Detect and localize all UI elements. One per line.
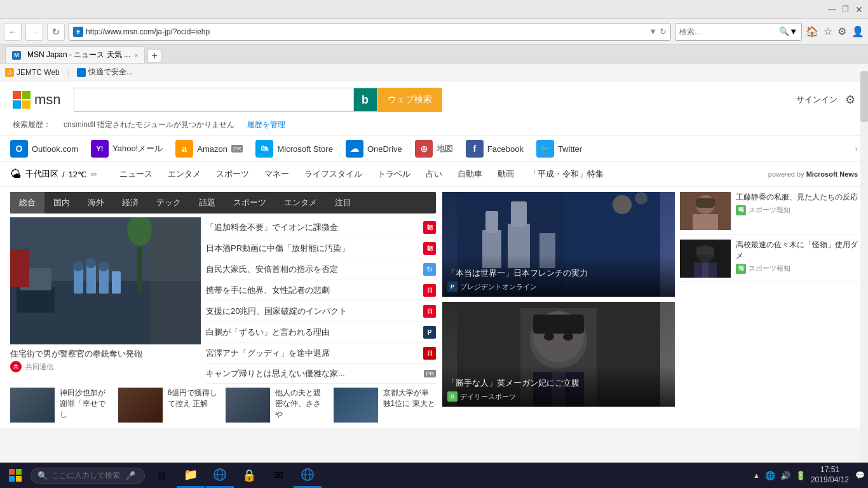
reload-icon[interactable]: ↻ (660, 27, 667, 36)
refresh-button[interactable]: ↻ (47, 23, 65, 41)
news-text-7[interactable]: 宮澤アナ「グッディ」を途中退席 (206, 348, 418, 359)
settings-icon[interactable]: ⚙ (845, 93, 855, 107)
bottom-text-4[interactable]: 京都大学が単独1位に 東大と (383, 388, 437, 423)
taskbar-search-input[interactable] (51, 471, 121, 480)
taskbar-search-box[interactable]: 🔍 🎤 (31, 468, 145, 484)
start-button[interactable] (3, 463, 28, 488)
nav-money[interactable]: マネー (258, 166, 295, 182)
news-text-5[interactable]: 支援に20兆円、国家破綻のインパクト (206, 306, 418, 317)
scrollbar-track[interactable] (860, 71, 868, 465)
bookmark-jemtc[interactable]: J JEMTC Web (5, 68, 60, 77)
dropdown-icon[interactable]: ▼ (649, 27, 657, 36)
new-tab-button[interactable]: + (147, 49, 161, 63)
user-icon[interactable]: 👤 (851, 25, 864, 37)
browser-search-bar[interactable]: 🔍 ▼ (675, 23, 802, 41)
right-card-2[interactable]: 「勝手な人」英メーガン妃にご立腹 S デイリースポーツ (442, 302, 675, 407)
quicklink-map[interactable]: ◎ 地図 (415, 140, 453, 158)
nav-auto[interactable]: 自動車 (451, 166, 489, 182)
window-controls[interactable]: — ❐ ✕ (828, 4, 863, 15)
nav-entertainment[interactable]: エンタメ (161, 166, 207, 182)
tab-economy[interactable]: 経済 (113, 192, 147, 214)
nav-fortune[interactable]: 占い (419, 166, 449, 182)
quicklink-twitter[interactable]: 🐦 Twitter (536, 140, 582, 158)
ie2-app[interactable] (294, 463, 322, 488)
explorer-app[interactable]: 📁 (177, 463, 205, 488)
bottom-item-2[interactable]: 6億円で獲得して控え 正解 (118, 388, 221, 423)
tab-entertainment[interactable]: エンタメ (275, 192, 326, 214)
tab-close-button[interactable]: × (134, 51, 138, 59)
tab-notable[interactable]: 注目 (326, 192, 360, 214)
quicklink-yahoo[interactable]: Y! Yahoo!メール (91, 140, 163, 158)
maximize-button[interactable]: ❐ (842, 4, 849, 15)
notification-icon[interactable]: 💬 (854, 470, 865, 481)
tab-world[interactable]: 海外 (79, 192, 113, 214)
gear-icon[interactable]: ⚙ (837, 25, 846, 37)
right-card-1[interactable]: 「本当は世界一」日本フレンチの実力 P プレジデントオンライン (442, 192, 675, 297)
quicklink-amazon[interactable]: a Amazon PR (175, 140, 243, 158)
quicklink-facebook[interactable]: f Facebook (466, 140, 524, 158)
tab-sports[interactable]: スポーツ (224, 192, 275, 214)
quicklink-msstore[interactable]: 🛍 Microsoft Store (255, 140, 332, 158)
bottom-item-4[interactable]: 京都大学が単独1位に 東大と (334, 388, 437, 423)
news-text-2[interactable]: 日本酒PR動画に中傷「放射能に汚染」 (206, 243, 418, 254)
mail-app[interactable]: ✉ (264, 463, 292, 488)
msn-search-input[interactable] (79, 95, 348, 105)
bookmark-comfortable[interactable]: 快適で安全... (77, 67, 133, 78)
nav-sports[interactable]: スポーツ (210, 166, 255, 182)
bottom-text-1[interactable]: 神田沙也加が謝罪「幸せでし (60, 388, 113, 423)
microphone-icon[interactable]: 🎤 (125, 471, 135, 480)
clock[interactable]: 17:51 2019/04/12 (811, 465, 849, 485)
bottom-text-3[interactable]: 他人の夫と親密な仲、ささや (275, 388, 329, 423)
home-icon[interactable]: 🏠 (806, 25, 818, 37)
msn-logo[interactable]: msn (13, 91, 61, 109)
ie-app[interactable] (206, 463, 234, 488)
nav-travel[interactable]: トラベル (371, 166, 417, 182)
manage-history-link[interactable]: 履歴を管理 (247, 119, 285, 130)
nav-special[interactable]: 「平成・令和」特集 (523, 166, 610, 182)
tab-all[interactable]: 総合 (10, 192, 44, 214)
battery-icon[interactable]: 🔋 (796, 471, 806, 480)
tab-tech[interactable]: テック (147, 192, 190, 214)
news-text-8[interactable]: キャンプ帰りとは思えない優雅な家... (206, 368, 419, 379)
nav-news[interactable]: ニュース (113, 166, 159, 182)
news-text-3[interactable]: 自民大家氏、安倍首相の指示を否定 (206, 264, 418, 275)
quicklink-outlook[interactable]: O Outlook.com (10, 140, 78, 158)
address-bar[interactable]: e http://www.msn.com/ja-jp/?ocid=iehp ▼ … (69, 23, 671, 41)
close-button[interactable]: ✕ (855, 4, 863, 15)
tray-arrow-icon[interactable]: ▲ (753, 471, 760, 479)
browser-search-input[interactable] (679, 27, 779, 36)
bottom-text-2[interactable]: 6億円で獲得して控え 正解 (168, 388, 221, 423)
back-button[interactable]: ← (4, 23, 22, 41)
tab-topic[interactable]: 話題 (190, 192, 224, 214)
scrollbar-thumb[interactable] (860, 71, 868, 122)
volume-icon[interactable]: 🔊 (780, 471, 790, 480)
news-text-6[interactable]: 白鵬が「ずるい」と言われる理由 (206, 327, 418, 338)
signin-button[interactable]: サインイン (796, 94, 837, 105)
card1-title[interactable]: 「本当は世界一」日本フレンチの実力 (447, 268, 670, 279)
nav-video[interactable]: 動画 (491, 166, 520, 182)
active-tab[interactable]: M MSN Japan - ニュース 天気 ... × (5, 46, 145, 63)
small-card2-title[interactable]: 高校最速の佐々木に「怪物」使用ダメ (736, 240, 858, 261)
bottom-item-3[interactable]: 他人の夫と親密な仲、ささや (226, 388, 329, 423)
bottom-item-1[interactable]: 神田沙也加が謝罪「幸せでし (10, 388, 113, 423)
search-input-wrap[interactable] (74, 88, 353, 112)
star-icon[interactable]: ☆ (824, 25, 832, 37)
web-search-button[interactable]: ウェブ検索 (377, 88, 442, 112)
search-dropdown-icon[interactable]: ▼ (789, 27, 797, 36)
main-news-image[interactable] (10, 217, 201, 344)
card2-title[interactable]: 「勝手な人」英メーガン妃にご立腹 (447, 377, 670, 389)
small-card1-title[interactable]: 工藤静香の私服、見た人たちの反応 (736, 192, 858, 203)
main-news-title[interactable]: 住宅街で男が警察官の拳銃奪い発砲 (10, 348, 201, 360)
quicklinks-arrow[interactable]: › (855, 144, 858, 154)
news-text-4[interactable]: 携帯を手に他界、女性記者の悲劇 (206, 285, 418, 296)
taskview-button[interactable]: ⊟ (147, 463, 175, 488)
edit-location-icon[interactable]: ✏ (91, 170, 98, 179)
network-icon[interactable]: 🌐 (765, 471, 775, 480)
news-text-1[interactable]: 「追加料金不要」でイオンに課徴金 (206, 222, 418, 233)
quicklink-onedrive[interactable]: ☁ OneDrive (346, 140, 402, 158)
security-app[interactable]: 🔒 (235, 463, 263, 488)
minimize-button[interactable]: — (828, 4, 836, 15)
tab-domestic[interactable]: 国内 (44, 192, 79, 214)
forward-button[interactable]: → (25, 23, 43, 41)
nav-lifestyle[interactable]: ライフスタイル (298, 166, 369, 182)
